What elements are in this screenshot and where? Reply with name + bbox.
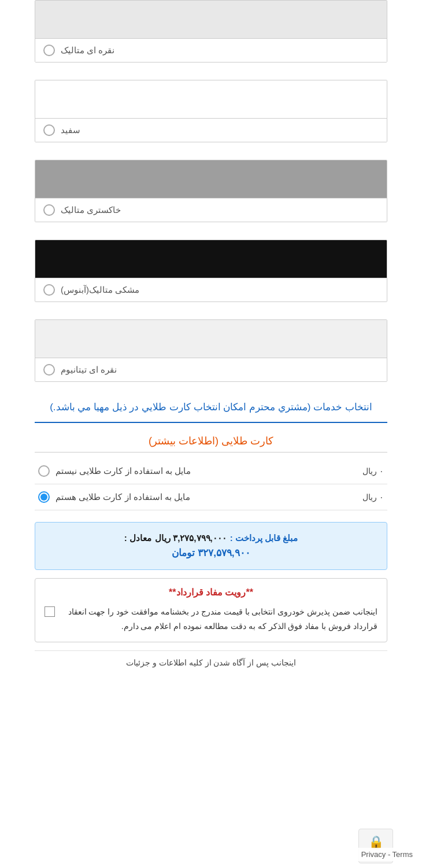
gold-option-no-text: مایل به استفاده از کارت طلایی نیستم	[55, 466, 191, 476]
privacy-terms-overlay: Privacy - Terms	[357, 848, 417, 861]
color-label-gray: خاکستری متالیک	[61, 205, 121, 215]
color-option-titanium: نقره ای تیتانیوم	[35, 319, 387, 382]
contract-title: **رویت مفاد قرارداد**	[45, 587, 377, 598]
payment-equiv-amount: ۳۲۷,۵۷۹,۹۰۰ تومان	[45, 547, 377, 559]
services-section: انتخاب خدمات (مشتري محترم امکان انتخاب ک…	[35, 399, 387, 423]
gold-option-no[interactable]: ۰ ریال مایل به استفاده از کارت طلایی نیس…	[35, 458, 387, 484]
bottom-hint-text: اینجانب پس از آگاه شدن از کلیه اطلاعات و…	[126, 658, 296, 667]
gold-card-section: کارت طلایی (اطلاعات بیشتر) ۰ ریال مایل ب…	[35, 435, 387, 510]
radio-no-gold[interactable]	[38, 465, 50, 477]
color-option-gray-metallic: خاکستری متالیک	[35, 160, 387, 222]
color-options-list: نقره ای متالیک سفید خاکستری متالیک مشک	[35, 0, 387, 382]
privacy-link[interactable]: Privacy - Terms	[361, 850, 413, 859]
payment-equiv-label: معادل :	[124, 533, 151, 543]
radio-yes-gold[interactable]	[38, 491, 50, 503]
services-title: انتخاب خدمات (مشتري محترم امکان انتخاب ک…	[35, 399, 387, 416]
color-swatch-silver	[35, 1, 387, 38]
gold-card-title: کارت طلایی (اطلاعات بیشتر)	[35, 435, 387, 453]
gold-option-no-right: مایل به استفاده از کارت طلایی نیستم	[38, 465, 191, 477]
color-swatch-titanium	[35, 320, 387, 358]
color-label-row-silver[interactable]: نقره ای متالیک	[35, 38, 387, 62]
payment-label: مبلغ قابل پرداخت :	[230, 533, 298, 543]
contract-checkbox-row: اینجانب ضمن پذیرش خودروی انتخابی با قیمت…	[45, 605, 377, 634]
contract-text: اینجانب ضمن پذیرش خودروی انتخابی با قیمت…	[61, 605, 377, 634]
color-label-white: سفید	[61, 125, 80, 135]
services-divider	[35, 422, 387, 423]
gold-option-yes-right: مایل به استفاده از کارت طلایی هستم	[38, 491, 190, 503]
color-option-white: سفید	[35, 80, 387, 142]
radio-titanium[interactable]	[43, 364, 55, 376]
gold-option-no-price: ۰ ریال	[362, 466, 384, 476]
color-swatch-gray	[35, 160, 387, 198]
gold-option-yes-price: ۰ ریال	[362, 492, 384, 502]
main-wrapper: نقره ای متالیک سفید خاکستری متالیک مشک	[0, 0, 422, 674]
color-option-silver-metallic: نقره ای متالیک	[35, 0, 387, 62]
radio-black[interactable]	[43, 284, 55, 296]
gold-card-title-main: کارت طلایی	[221, 435, 273, 447]
radio-gray[interactable]	[43, 204, 55, 216]
bottom-hint: اینجانب پس از آگاه شدن از کلیه اطلاعات و…	[35, 650, 387, 674]
contract-box: **رویت مفاد قرارداد** اینجانب ضمن پذیرش …	[35, 578, 387, 642]
contract-checkbox[interactable]	[45, 606, 55, 617]
gold-option-yes-text: مایل به استفاده از کارت طلایی هستم	[55, 492, 190, 502]
color-label-row-titanium[interactable]: نقره ای تیتانیوم	[35, 358, 387, 381]
gold-card-title-extra: (اطلاعات بیشتر)	[149, 435, 219, 447]
radio-white[interactable]	[43, 124, 55, 136]
color-label-row-white[interactable]: سفید	[35, 118, 387, 142]
payment-box: مبلغ قابل پرداخت : ۳,۲۷۵,۷۹۹,۰۰۰ ریال مع…	[35, 522, 387, 570]
color-label-row-black[interactable]: مشکی متالیک(آبنوس)	[35, 278, 387, 301]
payment-line1: مبلغ قابل پرداخت : ۳,۲۷۵,۷۹۹,۰۰۰ ریال مع…	[45, 533, 377, 543]
color-swatch-black	[35, 240, 387, 278]
color-label-titanium: نقره ای تیتانیوم	[61, 365, 117, 375]
radio-silver[interactable]	[43, 45, 55, 56]
color-label-row-gray[interactable]: خاکستری متالیک	[35, 198, 387, 222]
color-label-black: مشکی متالیک(آبنوس)	[61, 285, 139, 295]
payment-amount: ۳,۲۷۵,۷۹۹,۰۰۰ ریال	[155, 533, 227, 543]
gold-option-yes[interactable]: ۰ ریال مایل به استفاده از کارت طلایی هست…	[35, 484, 387, 510]
color-label-silver: نقره ای متالیک	[61, 45, 114, 56]
color-swatch-white	[35, 80, 387, 118]
color-option-black-metallic: مشکی متالیک(آبنوس)	[35, 240, 387, 302]
